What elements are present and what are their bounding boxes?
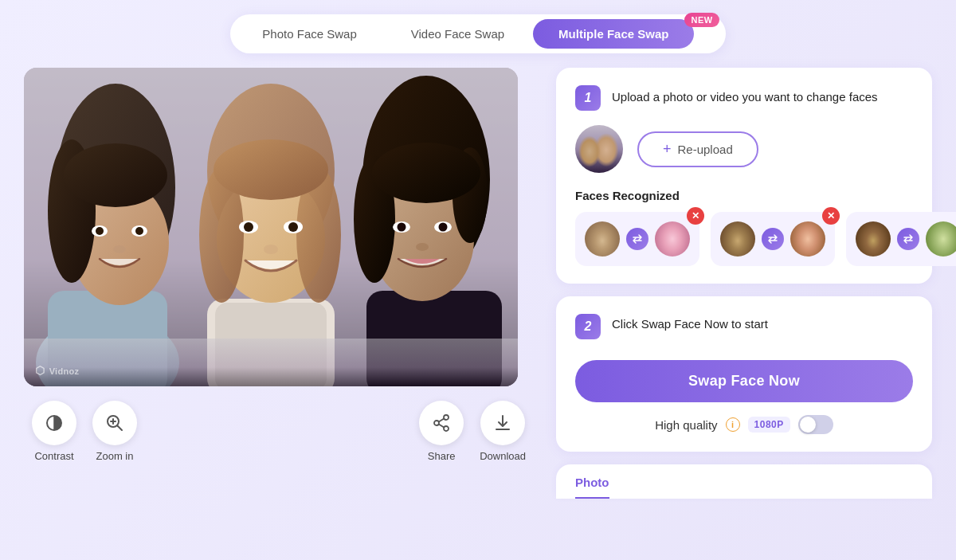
svg-line-47 bbox=[439, 418, 444, 421]
toggle-knob bbox=[800, 417, 816, 433]
swap-face-2 bbox=[790, 221, 825, 257]
step1-title: Upload a photo or video you want to chan… bbox=[612, 85, 878, 105]
step2-header: 2 Click Swap Face Now to start bbox=[575, 314, 913, 339]
reupload-button[interactable]: + Re-upload bbox=[637, 131, 758, 167]
swap-arrow-1[interactable] bbox=[626, 228, 648, 250]
tab-video-face-swap[interactable]: Video Face Swap bbox=[386, 19, 530, 49]
svg-point-25 bbox=[264, 245, 278, 254]
svg-point-20 bbox=[214, 139, 328, 200]
swap-face-now-button[interactable]: Swap Face Now bbox=[575, 360, 913, 402]
svg-point-13 bbox=[113, 245, 126, 253]
photo-tab[interactable]: Photo bbox=[556, 464, 932, 499]
quality-label: High quality bbox=[655, 418, 717, 432]
upload-row: + Re-upload bbox=[575, 125, 913, 173]
download-label: Download bbox=[480, 450, 526, 462]
remove-pair-1[interactable]: ✕ bbox=[687, 207, 704, 225]
swap-arrow-2[interactable] bbox=[762, 228, 784, 250]
top-navigation: Photo Face Swap Video Face Swap Multiple… bbox=[230, 14, 725, 53]
left-panel: ⬡ Vidnoz Contrast bbox=[24, 68, 534, 462]
svg-point-8 bbox=[64, 143, 167, 207]
zoomin-label: Zoom in bbox=[96, 450, 134, 462]
svg-point-11 bbox=[96, 227, 104, 235]
tab-multiple-face-swap[interactable]: Multiple Face Swap bbox=[533, 19, 694, 49]
reupload-label: Re-upload bbox=[678, 143, 733, 156]
uploaded-thumbnail bbox=[575, 125, 623, 173]
step1-card: 1 Upload a photo or video you want to ch… bbox=[556, 68, 932, 284]
face-pairs-container: ✕ ✕ bbox=[575, 212, 913, 266]
download-icon bbox=[480, 401, 525, 445]
svg-point-24 bbox=[288, 222, 298, 232]
share-icon bbox=[419, 401, 464, 445]
face-pair-3: ✕ bbox=[846, 212, 956, 266]
original-face-1 bbox=[585, 221, 620, 257]
faces-recognized-title: Faces Recognized bbox=[575, 189, 913, 202]
right-panel: 1 Upload a photo or video you want to ch… bbox=[556, 68, 932, 499]
quality-badge: 1080P bbox=[748, 417, 790, 433]
svg-point-44 bbox=[444, 415, 449, 420]
face-pair-1: ✕ bbox=[575, 212, 699, 266]
photo-frame: ⬡ Vidnoz bbox=[24, 68, 518, 386]
contrast-label: Contrast bbox=[34, 450, 73, 462]
svg-line-41 bbox=[118, 426, 123, 431]
contrast-button[interactable]: Contrast bbox=[32, 401, 76, 462]
svg-line-48 bbox=[439, 424, 444, 427]
step2-number: 2 bbox=[575, 314, 601, 339]
photo-content: ⬡ Vidnoz bbox=[24, 68, 518, 386]
svg-point-23 bbox=[244, 222, 253, 232]
zoomin-button[interactable]: Zoom in bbox=[92, 401, 137, 462]
zoomin-icon bbox=[92, 401, 137, 445]
svg-point-46 bbox=[434, 421, 439, 425]
swap-arrow-3[interactable] bbox=[897, 228, 919, 250]
share-label: Share bbox=[428, 450, 456, 462]
download-button[interactable]: Download bbox=[480, 401, 526, 462]
step2-title: Click Swap Face Now to start bbox=[612, 314, 768, 331]
new-badge: NEW bbox=[684, 13, 719, 27]
step1-header: 1 Upload a photo or video you want to ch… bbox=[575, 85, 913, 111]
swap-face-1 bbox=[655, 221, 690, 257]
contrast-icon bbox=[32, 401, 76, 445]
step1-number: 1 bbox=[575, 85, 601, 111]
svg-point-34 bbox=[398, 223, 406, 232]
bottom-controls: Contrast Zoom in bbox=[24, 401, 534, 462]
remove-pair-2[interactable]: ✕ bbox=[822, 207, 840, 225]
svg-point-31 bbox=[372, 143, 480, 203]
quality-toggle[interactable] bbox=[798, 415, 833, 434]
svg-point-12 bbox=[135, 227, 143, 235]
svg-point-35 bbox=[439, 223, 448, 232]
svg-rect-37 bbox=[24, 339, 518, 386]
quality-info-icon[interactable]: i bbox=[726, 417, 740, 432]
main-content: ⬡ Vidnoz Contrast bbox=[0, 53, 956, 499]
quality-row: High quality i 1080P bbox=[575, 415, 913, 434]
svg-point-45 bbox=[444, 426, 449, 431]
face-pair-2: ✕ bbox=[711, 212, 835, 266]
original-face-3 bbox=[856, 221, 891, 257]
thumbnail-image bbox=[575, 125, 623, 173]
original-face-2 bbox=[720, 221, 755, 257]
photo-tab-label: Photo bbox=[575, 476, 609, 499]
swap-face-3 bbox=[926, 221, 956, 257]
svg-point-36 bbox=[416, 243, 429, 251]
watermark: ⬡ Vidnoz bbox=[35, 364, 79, 377]
tab-photo-face-swap[interactable]: Photo Face Swap bbox=[237, 19, 382, 49]
share-button[interactable]: Share bbox=[419, 401, 464, 462]
plus-icon: + bbox=[663, 141, 672, 158]
step2-card: 2 Click Swap Face Now to start Swap Face… bbox=[556, 296, 932, 452]
